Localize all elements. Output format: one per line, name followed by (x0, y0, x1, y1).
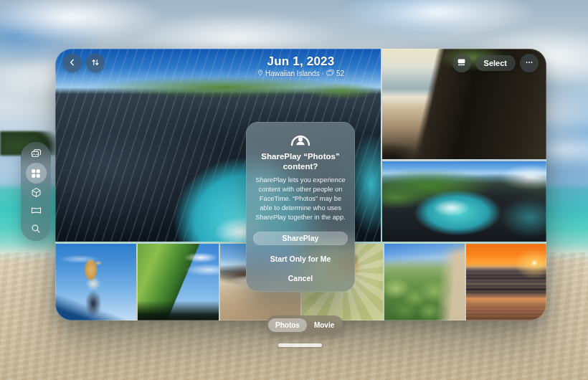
sidebar-item-panoramas[interactable] (27, 201, 45, 219)
sidebar-item-albums[interactable] (26, 163, 47, 183)
photos-sidebar (21, 142, 51, 241)
pin-icon (257, 70, 263, 77)
photo-black-sand-cove[interactable] (382, 161, 546, 242)
more-button[interactable] (520, 54, 539, 72)
ellipsis-icon (525, 57, 534, 70)
window-drag-bar[interactable] (278, 343, 322, 347)
subtitle-separator: · (322, 70, 324, 77)
photo-sunset-beach[interactable] (466, 244, 546, 320)
select-button[interactable]: Select (475, 55, 516, 71)
search-icon (31, 224, 41, 234)
sidebar-item-spatial[interactable] (27, 184, 45, 201)
tab-photos[interactable]: Photos (268, 318, 307, 332)
sidebar-item-search[interactable] (27, 220, 45, 238)
dialog-title: SharePlay “Photos” content? (253, 151, 348, 172)
photos-movie-segmented-control: Photos Movie (267, 315, 343, 335)
shareplay-button[interactable]: SharePlay (253, 232, 348, 245)
shareplay-dialog: SharePlay “Photos” content? SharePlay le… (246, 122, 355, 292)
sidebar-item-photos[interactable] (27, 145, 45, 163)
shareplay-person-icon (288, 130, 313, 146)
photo-person-lookout[interactable] (55, 244, 136, 320)
albums-grid-icon (31, 168, 41, 179)
photo-cactus[interactable] (384, 244, 465, 320)
spatial-cube-icon (31, 187, 42, 198)
photo-green-cliffs[interactable] (138, 244, 219, 320)
photo-count: 52 (336, 70, 344, 77)
photo-stack-icon (326, 70, 334, 77)
visionos-scene: Jun 1, 2023 Hawaiian Islands · 52 (0, 0, 588, 380)
dialog-body: SharePlay lets you experience content wi… (253, 176, 348, 222)
thumbnails-icon (457, 57, 466, 70)
panorama-icon (31, 205, 42, 216)
tab-movie[interactable]: Movie (307, 318, 341, 332)
cancel-button[interactable]: Cancel (253, 274, 348, 282)
location-label: Hawaiian Islands (265, 70, 320, 77)
start-only-for-me-button[interactable]: Start Only for Me (253, 255, 348, 263)
photos-stack-icon (31, 148, 42, 159)
view-options-button[interactable] (452, 54, 471, 72)
